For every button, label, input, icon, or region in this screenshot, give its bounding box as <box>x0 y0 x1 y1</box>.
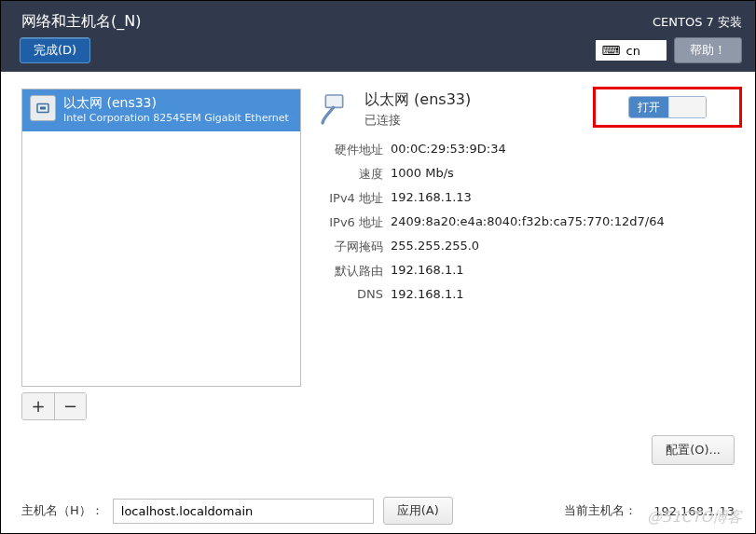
detail-label: DNS <box>318 287 383 301</box>
installer-label: CENTOS 7 安装 <box>653 8 742 31</box>
hostname-label: 主机名（H）： <box>21 502 103 519</box>
watermark: @51CTO博客 <box>647 508 742 527</box>
ethernet-icon <box>30 95 56 121</box>
apply-hostname-button[interactable]: 应用(A) <box>383 497 453 525</box>
interface-title: 以太网 (ens33) <box>364 90 471 110</box>
page-title: 网络和主机名(_N) <box>14 8 148 35</box>
detail-label: IPv4 地址 <box>318 190 383 207</box>
detail-label: 硬件地址 <box>318 142 383 158</box>
configure-button[interactable]: 配置(O)... <box>652 435 735 465</box>
device-title: 以太网 (ens33) <box>63 95 293 112</box>
done-button[interactable]: 完成(D) <box>20 37 90 63</box>
detail-value: 192.168.1.1 <box>391 287 464 301</box>
keyboard-layout-indicator[interactable]: ⌨ cn <box>596 40 667 61</box>
current-hostname-label: 当前主机名： <box>564 502 637 519</box>
detail-label: 速度 <box>318 166 383 183</box>
interface-status: 已连接 <box>364 112 471 129</box>
device-subtitle: Intel Corporation 82545EM Gigabit Ethern… <box>63 112 293 124</box>
detail-value: 00:0C:29:53:9D:34 <box>391 142 506 158</box>
detail-value: 192.168.1.1 <box>391 263 464 280</box>
connection-toggle[interactable]: 打开 <box>628 96 707 118</box>
detail-label: IPv6 地址 <box>318 214 383 231</box>
detail-label: 子网掩码 <box>318 239 383 255</box>
device-list-item[interactable]: 以太网 (ens33) Intel Corporation 82545EM Gi… <box>22 89 300 131</box>
detail-value: 1000 Mb/s <box>391 166 454 183</box>
keyboard-layout-label: cn <box>626 44 640 58</box>
detail-value: 255.255.255.0 <box>391 239 479 255</box>
device-add-remove: + − <box>21 392 87 420</box>
toggle-on-label: 打开 <box>629 97 668 117</box>
detail-value: 192.168.1.13 <box>391 190 472 207</box>
detail-label: 默认路由 <box>318 263 383 280</box>
ethernet-large-icon <box>318 90 355 128</box>
add-device-button[interactable]: + <box>22 393 54 419</box>
help-button[interactable]: 帮助！ <box>674 37 742 63</box>
remove-device-button[interactable]: − <box>54 393 86 419</box>
detail-value: 2409:8a20:e4a:8040:f32b:ca75:770:12d7/64 <box>391 214 665 231</box>
svg-rect-2 <box>325 95 342 107</box>
toggle-highlight: 打开 <box>593 87 742 128</box>
toggle-handle <box>668 97 706 117</box>
interface-details: 硬件地址00:0C:29:53:9D:34 速度1000 Mb/s IPv4 地… <box>318 142 735 301</box>
svg-rect-1 <box>40 107 46 110</box>
device-list: 以太网 (ens33) Intel Corporation 82545EM Gi… <box>21 89 301 387</box>
hostname-input[interactable] <box>113 499 374 524</box>
keyboard-icon: ⌨ <box>601 43 620 58</box>
